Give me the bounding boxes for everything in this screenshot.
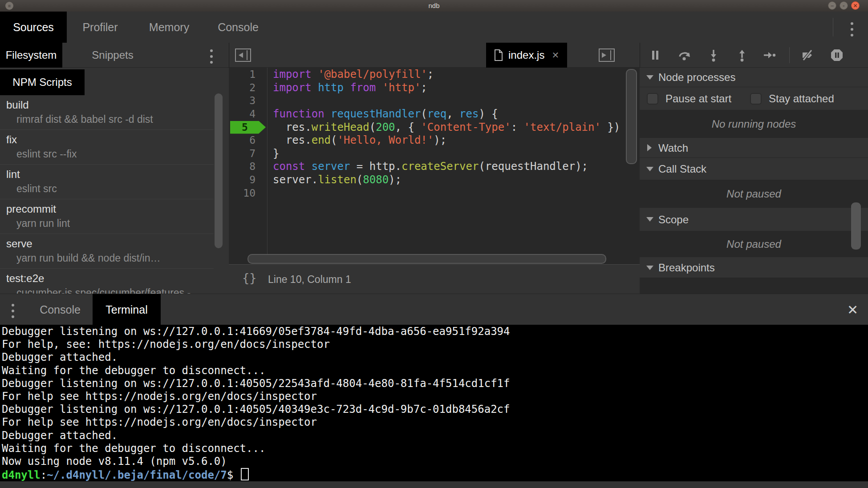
- drawer-close-icon[interactable]: ✕: [847, 302, 858, 318]
- code-line: [273, 187, 620, 200]
- pause-on-exceptions-icon[interactable]: [830, 48, 844, 62]
- npm-script-command: eslint src --fix: [16, 148, 77, 160]
- npm-script-name: fix: [6, 133, 17, 146]
- section-label: Node processes: [658, 68, 735, 87]
- tab-drawer-console[interactable]: Console: [38, 294, 82, 325]
- show-drawer-icon[interactable]: [599, 48, 615, 62]
- stay-attached-checkbox[interactable]: [750, 93, 762, 105]
- tab-snippets[interactable]: Snippets: [79, 43, 146, 68]
- tab-console[interactable]: Console: [205, 12, 272, 43]
- section-watch[interactable]: Watch: [640, 138, 868, 158]
- code-line: res.end('Hello, World!');: [273, 134, 620, 147]
- line-number[interactable]: 10: [229, 187, 261, 200]
- line-number[interactable]: 4: [229, 108, 261, 121]
- minimize-button[interactable]: –: [828, 1, 836, 10]
- section-scope[interactable]: Scope: [640, 208, 868, 231]
- terminal-output[interactable]: Debugger listening on ws://127.0.0.1:416…: [0, 325, 868, 481]
- tab-sources[interactable]: Sources: [0, 12, 67, 43]
- npm-script-item[interactable]: serveyarn run build && node dist/in…: [0, 234, 214, 269]
- left-panel-more-icon[interactable]: [210, 49, 214, 64]
- npm-scripts-panel: NPM Scripts buildrimraf dist && babel sr…: [0, 68, 229, 294]
- pause-at-start-label: Pause at start: [665, 87, 731, 110]
- call-stack-status: Not paused: [640, 180, 868, 208]
- line-number[interactable]: 3: [229, 94, 261, 108]
- terminal-line: Waiting for the debugger to disconnect..…: [2, 364, 868, 377]
- bottom-strip: [0, 481, 868, 488]
- section-breakpoints[interactable]: Breakpoints: [640, 257, 868, 278]
- terminal-line: Debugger listening on ws://127.0.0.1:416…: [2, 325, 868, 338]
- npm-script-item[interactable]: buildrimraf dist && babel src -d dist: [0, 95, 214, 130]
- pause-icon[interactable]: [649, 48, 662, 62]
- chevron-down-icon: [646, 167, 653, 171]
- more-options-icon[interactable]: [851, 22, 854, 36]
- step-icon[interactable]: [763, 48, 776, 62]
- tab-filesystem[interactable]: Filesystem: [0, 43, 62, 68]
- debug-toolbar: [640, 43, 868, 68]
- line-number[interactable]: 6: [229, 134, 261, 147]
- step-over-icon[interactable]: [678, 48, 691, 62]
- file-icon: [494, 49, 503, 61]
- editor-horizontal-scrollbar[interactable]: [247, 254, 606, 264]
- step-out-icon[interactable]: [735, 48, 749, 62]
- line-number[interactable]: 2: [229, 81, 261, 95]
- npm-script-list: buildrimraf dist && babel src -d distfix…: [0, 95, 214, 294]
- terminal-line: For help see https://nodejs.org/en/docs/…: [2, 416, 868, 429]
- section-label: Watch: [658, 138, 688, 158]
- chevron-down-icon: [646, 266, 653, 270]
- code-line: }: [273, 147, 620, 161]
- tab-memory[interactable]: Memory: [136, 12, 203, 43]
- section-node-processes[interactable]: Node processes: [640, 68, 868, 87]
- npm-list-scrollbar[interactable]: [215, 93, 223, 248]
- npm-script-item[interactable]: precommityarn run lint: [0, 199, 214, 234]
- show-navigator-icon[interactable]: [235, 48, 251, 62]
- terminal-prompt: d4nyll:~/.d4nyll/.beja/final/code/7$: [2, 468, 868, 481]
- editor-status-bar: {} Line 10, Column 1: [229, 264, 640, 294]
- editor-gutter[interactable]: 1234678910: [229, 68, 261, 200]
- npm-script-item[interactable]: fixeslint src --fix: [0, 130, 214, 165]
- chevron-down-icon: [646, 75, 653, 80]
- maximize-button[interactable]: ▫: [840, 1, 848, 10]
- deactivate-breakpoints-icon[interactable]: [801, 48, 814, 62]
- code-content[interactable]: import '@babel/polyfill';import http fro…: [273, 68, 620, 200]
- npm-script-command: eslint src: [16, 183, 57, 195]
- terminal-line: Debugger attached.: [2, 429, 868, 442]
- line-number[interactable]: 1: [229, 68, 261, 81]
- terminal-line: Now using node v8.11.4 (npm v5.6.0): [2, 455, 868, 468]
- line-number[interactable]: 7: [229, 147, 261, 161]
- section-label: Scope: [658, 208, 689, 231]
- pause-at-start-checkbox[interactable]: [647, 93, 658, 105]
- terminal-cursor[interactable]: [241, 468, 249, 480]
- debug-toolbar-divider: [789, 47, 790, 63]
- close-button[interactable]: ✕: [851, 1, 860, 10]
- line-number[interactable]: 9: [229, 173, 261, 187]
- code-line: import '@babel/polyfill';: [273, 68, 620, 81]
- code-line: import http from 'http';: [273, 81, 620, 95]
- npm-scripts-header: NPM Scripts: [0, 69, 85, 95]
- npm-script-command: yarn run build && node dist/in…: [16, 252, 160, 264]
- section-label: Call Stack: [658, 158, 706, 180]
- editor-vertical-scrollbar[interactable]: [626, 69, 637, 164]
- npm-script-item[interactable]: test:e2ecucumber-js spec/cucumber/featur…: [0, 269, 214, 294]
- terminal-line: Debugger listening on ws://127.0.0.1:405…: [2, 377, 868, 390]
- tab-profiler[interactable]: Profiler: [67, 12, 134, 43]
- npm-script-command: cucumber-js spec/cucumber/features -…: [16, 287, 201, 294]
- stay-attached-label: Stay attached: [769, 87, 834, 110]
- step-into-icon[interactable]: [707, 48, 720, 62]
- pretty-print-icon[interactable]: {}: [242, 271, 257, 285]
- file-tab-indexjs[interactable]: index.js ✕: [486, 43, 567, 68]
- tab-drawer-terminal[interactable]: Terminal: [93, 294, 161, 325]
- chevron-down-icon: [646, 217, 653, 222]
- code-line: server.listen(8080);: [273, 173, 620, 187]
- terminal-line: Debugger attached.: [2, 351, 868, 364]
- drawer-more-icon[interactable]: [12, 304, 15, 318]
- code-line: [273, 94, 620, 108]
- file-tab-close-icon[interactable]: ✕: [552, 50, 559, 60]
- title-bar: ≡ ndb – ▫ ✕: [0, 0, 868, 12]
- breakpoints-body: [640, 278, 868, 294]
- line-number[interactable]: 8: [229, 160, 261, 173]
- cursor-position-text: Line 10, Column 1: [268, 265, 351, 294]
- section-call-stack[interactable]: Call Stack: [640, 158, 868, 180]
- code-line: function requestHandler(req, res) {: [273, 108, 620, 121]
- sidebar-scrollbar[interactable]: [851, 202, 861, 250]
- npm-script-item[interactable]: linteslint src: [0, 165, 214, 199]
